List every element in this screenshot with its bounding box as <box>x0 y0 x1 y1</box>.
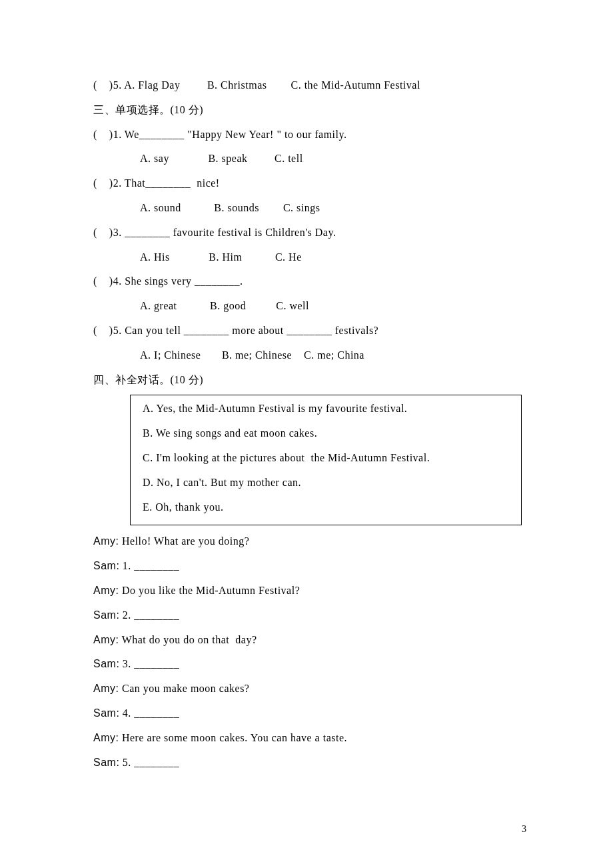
speaker-label: Sam: <box>93 609 119 621</box>
speaker-label: Amy: <box>93 634 119 645</box>
dialogue-text: Can you make moon cakes? <box>119 683 249 694</box>
speaker-label: Sam: <box>93 707 119 719</box>
dialogue-line-sam-1: Sam: 1. ________ <box>93 554 533 579</box>
s3-q4-options: A. great B. good C. well <box>93 294 533 319</box>
speaker-label: Amy: <box>93 535 119 547</box>
s3-q1-stem: ( )1. We________ "Happy New Year! " to o… <box>93 123 533 147</box>
dialogue-text: What do you do on that day? <box>119 634 257 645</box>
dialogue-options-box: A. Yes, the Mid-Autumn Festival is my fa… <box>130 395 522 525</box>
s3-q3-options: A. His B. Him C. He <box>93 245 533 270</box>
option-c: C. I'm looking at the pictures about the… <box>143 446 509 471</box>
option-a: A. Yes, the Mid-Autumn Festival is my fa… <box>143 397 509 421</box>
dialogue-text: Do you like the Mid-Autumn Festival? <box>119 585 300 596</box>
dialogue-text: Here are some moon cakes. You can have a… <box>119 732 347 743</box>
dialogue-text: 2. ________ <box>119 609 179 621</box>
s3-q3-stem: ( )3. ________ favourite festival is Chi… <box>93 221 533 245</box>
s3-q2-options: A. sound B. sounds C. sings <box>93 196 533 221</box>
dialogue-line-sam-4: Sam: 4. ________ <box>93 701 533 726</box>
section-3-heading: 三、单项选择。(10 分) <box>93 98 533 123</box>
option-d: D. No, I can't. But my mother can. <box>143 471 509 495</box>
s3-q5-stem: ( )5. Can you tell ________ more about _… <box>93 319 533 343</box>
dialogue-text: 4. ________ <box>119 707 179 719</box>
dialogue-text: Hello! What are you doing? <box>119 535 249 547</box>
dialogue-line-amy-1: Amy: Hello! What are you doing? <box>93 529 533 554</box>
prev-question-5: ( )5. A. Flag Day B. Christmas C. the Mi… <box>93 73 533 98</box>
option-e: E. Oh, thank you. <box>143 495 509 520</box>
speaker-label: Amy: <box>93 732 119 743</box>
speaker-label: Amy: <box>93 683 119 694</box>
page-number: 3 <box>522 824 526 835</box>
dialogue-line-amy-4: Amy: Can you make moon cakes? <box>93 677 533 701</box>
s3-q2-stem: ( )2. That________ nice! <box>93 171 533 196</box>
speaker-label: Sam: <box>93 560 119 571</box>
speaker-label: Sam: <box>93 757 119 768</box>
s3-q5-options: A. I; Chinese B. me; Chinese C. me; Chin… <box>93 343 533 368</box>
speaker-label: Amy: <box>93 585 119 596</box>
dialogue-line-amy-3: Amy: What do you do on that day? <box>93 628 533 653</box>
s3-q1-options: A. say B. speak C. tell <box>93 147 533 171</box>
dialogue-text: 3. ________ <box>119 658 179 669</box>
option-b: B. We sing songs and eat moon cakes. <box>143 421 509 446</box>
dialogue-line-sam-5: Sam: 5. ________ <box>93 751 533 775</box>
dialogue-line-amy-5: Amy: Here are some moon cakes. You can h… <box>93 726 533 751</box>
section-4-heading: 四、补全对话。(10 分) <box>93 368 533 393</box>
dialogue-text: 5. ________ <box>119 757 179 768</box>
dialogue-text: 1. ________ <box>119 560 179 571</box>
speaker-label: Sam: <box>93 658 119 669</box>
s3-q4-stem: ( )4. She sings very ________. <box>93 269 533 294</box>
dialogue-line-amy-2: Amy: Do you like the Mid-Autumn Festival… <box>93 579 533 603</box>
dialogue-line-sam-2: Sam: 2. ________ <box>93 603 533 628</box>
page-content: ( )5. A. Flag Day B. Christmas C. the Mi… <box>0 0 613 775</box>
dialogue-line-sam-3: Sam: 3. ________ <box>93 652 533 677</box>
